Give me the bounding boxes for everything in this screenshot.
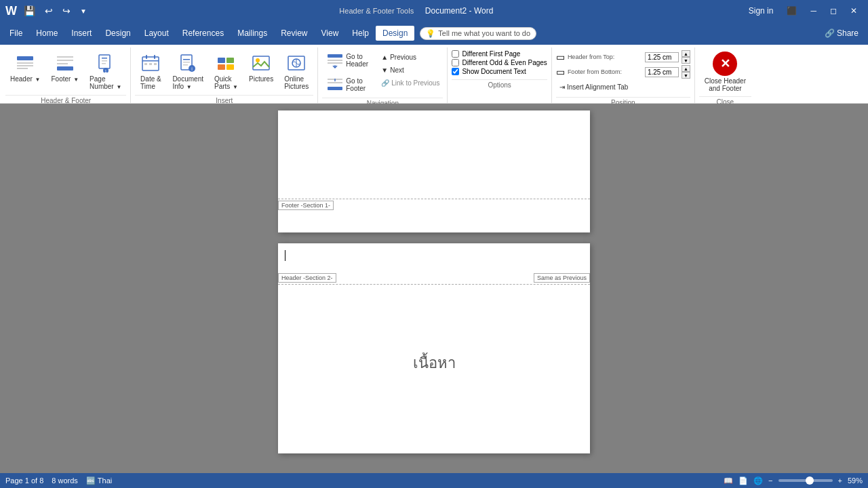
footer-bottom-up[interactable]: ▲ bbox=[682, 65, 690, 72]
menu-layout[interactable]: Layout bbox=[138, 26, 176, 41]
zoom-out-btn[interactable]: − bbox=[768, 476, 772, 485]
menu-hf-design[interactable]: Design bbox=[376, 26, 414, 41]
svg-rect-2 bbox=[17, 65, 33, 66]
svg-rect-38 bbox=[328, 62, 342, 64]
read-mode-btn[interactable]: 📖 bbox=[724, 476, 733, 485]
redo-btn[interactable]: ↪ bbox=[60, 4, 73, 18]
page-number-btn[interactable]: 1 PageNumber ▼ bbox=[85, 49, 126, 94]
different-first-page-checkbox[interactable] bbox=[452, 50, 459, 58]
doc-info-btn[interactable]: i DocumentInfo ▼ bbox=[167, 49, 208, 94]
page-number-icon: 1 bbox=[95, 52, 117, 74]
menu-help[interactable]: Help bbox=[345, 26, 376, 41]
header-btn[interactable]: Header ▼ bbox=[5, 49, 45, 86]
header-from-top-item: ▭ Header from Top: ▲ ▼ bbox=[556, 50, 690, 64]
language-indicator[interactable]: 🔤 Thai bbox=[86, 476, 112, 485]
word-count[interactable]: 8 words bbox=[52, 476, 78, 485]
svg-rect-9 bbox=[102, 58, 107, 59]
options-group-label: Options bbox=[452, 79, 547, 90]
menu-view[interactable]: View bbox=[315, 26, 346, 41]
show-document-text-checkbox[interactable] bbox=[452, 68, 459, 75]
svg-rect-18 bbox=[144, 63, 147, 65]
footer-section1-content[interactable]: Footer -Section 1- bbox=[278, 199, 590, 230]
different-odd-even-option[interactable]: Different Odd & Even Pages bbox=[452, 59, 547, 66]
header-from-top-label: Header from Top: bbox=[568, 54, 642, 60]
navigation-buttons: Go toHeader Go toFooter ▲ Previous bbox=[322, 47, 443, 96]
footer-bottom-down[interactable]: ▼ bbox=[682, 72, 690, 79]
svg-rect-4 bbox=[57, 56, 73, 58]
page-body-top bbox=[278, 110, 590, 199]
different-first-page-option[interactable]: Different First Page bbox=[452, 50, 547, 58]
minimize-btn[interactable]: ─ bbox=[805, 3, 822, 18]
header-top-down[interactable]: ▼ bbox=[682, 57, 690, 64]
zoom-level[interactable]: 59% bbox=[848, 476, 863, 485]
link-to-previous-btn[interactable]: 🔗 Link to Previous bbox=[378, 77, 443, 89]
ribbon-group-position: ▭ Header from Top: ▲ ▼ ▭ Footer from Bot… bbox=[553, 47, 695, 103]
tell-me-area[interactable]: 💡 Tell me what you want to do bbox=[420, 27, 536, 40]
different-first-page-label: Different First Page bbox=[462, 50, 520, 58]
ribbon-group-close: ✕ Close Headerand Footer Close bbox=[696, 47, 755, 103]
header-section2[interactable]: Header -Section 2- Same as Previous bbox=[278, 243, 590, 284]
ribbon-group-insert: Date &Time i DocumentInfo ▼ QuickParts ▼ bbox=[132, 47, 318, 103]
close-buttons: ✕ Close Headerand Footer bbox=[699, 47, 751, 95]
close-hf-label: Close Headerand Footer bbox=[705, 77, 746, 92]
go-to-footer-btn[interactable]: Go toFooter bbox=[322, 73, 376, 96]
online-pictures-btn[interactable]: OnlinePictures bbox=[279, 49, 313, 94]
svg-rect-8 bbox=[99, 55, 110, 68]
menu-references[interactable]: References bbox=[176, 26, 231, 41]
doc-title: Document2 - Word bbox=[425, 6, 493, 16]
same-as-previous-label: Same as Previous bbox=[534, 273, 590, 283]
pictures-btn[interactable]: Pictures bbox=[244, 49, 278, 86]
insert-alignment-tab-btn[interactable]: ⇥ Insert Alignment Tab bbox=[556, 81, 690, 93]
svg-rect-24 bbox=[183, 64, 188, 66]
undo-btn[interactable]: ↩ bbox=[42, 4, 56, 18]
date-time-btn[interactable]: Date &Time bbox=[135, 49, 166, 94]
show-document-text-option[interactable]: Show Document Text bbox=[452, 68, 547, 75]
footer-section1-label-bar: Footer -Section 1- bbox=[278, 201, 334, 210]
page-info[interactable]: Page 1 of 8 bbox=[5, 476, 43, 485]
close-header-footer-btn[interactable]: ✕ Close Headerand Footer bbox=[699, 49, 751, 95]
footer-from-bottom-item: ▭ Footer from Bottom: ▲ ▼ bbox=[556, 65, 690, 79]
menu-file[interactable]: File bbox=[3, 26, 29, 41]
document-area[interactable]: Footer -Section 1- Header -Section 2- Sa… bbox=[0, 104, 868, 473]
header-section2-label-row: Header -Section 2- Same as Previous bbox=[278, 273, 590, 283]
restore-btn[interactable]: ◻ bbox=[825, 3, 842, 18]
svg-rect-7 bbox=[57, 66, 73, 70]
svg-rect-6 bbox=[57, 63, 68, 64]
go-to-header-btn[interactable]: Go toHeader bbox=[322, 49, 376, 72]
lang-icon: 🔤 bbox=[86, 476, 96, 485]
close-btn[interactable]: ✕ bbox=[845, 3, 863, 18]
svg-point-32 bbox=[256, 58, 260, 62]
svg-rect-31 bbox=[253, 56, 269, 70]
header-top-up[interactable]: ▲ bbox=[682, 50, 690, 57]
menu-home[interactable]: Home bbox=[29, 26, 64, 41]
zoom-in-btn[interactable]: + bbox=[838, 476, 842, 485]
quick-parts-btn[interactable]: QuickParts ▼ bbox=[210, 49, 243, 94]
hf-tools-label: Header & Footer Tools bbox=[339, 7, 414, 15]
footer-btn[interactable]: Footer ▼ bbox=[47, 49, 84, 86]
share-btn[interactable]: 🔗 Share bbox=[818, 26, 865, 41]
svg-rect-11 bbox=[102, 63, 106, 64]
ribbon-display-btn[interactable]: ⬛ bbox=[781, 3, 802, 18]
footer-from-bottom-input[interactable] bbox=[645, 67, 679, 77]
print-layout-btn[interactable]: 📄 bbox=[738, 476, 748, 485]
menu-mailings[interactable]: Mailings bbox=[231, 26, 274, 41]
save-quick-btn[interactable]: 💾 bbox=[21, 4, 38, 18]
signin-btn[interactable]: Sign in bbox=[743, 3, 779, 18]
menu-design[interactable]: Design bbox=[98, 26, 137, 41]
different-odd-even-checkbox[interactable] bbox=[452, 59, 459, 66]
header-from-top-input[interactable] bbox=[645, 52, 679, 62]
previous-btn[interactable]: ▲ Previous bbox=[378, 52, 443, 63]
web-layout-btn[interactable]: 🌐 bbox=[753, 476, 763, 485]
menu-insert[interactable]: Insert bbox=[64, 26, 98, 41]
menu-review[interactable]: Review bbox=[274, 26, 314, 41]
quick-parts-label: QuickParts ▼ bbox=[214, 75, 238, 90]
footer-label: Footer ▼ bbox=[52, 75, 79, 83]
customize-btn[interactable]: ▼ bbox=[77, 6, 90, 16]
zoom-slider[interactable] bbox=[778, 479, 833, 482]
next-btn[interactable]: ▼ Next bbox=[378, 64, 443, 76]
online-pictures-icon bbox=[285, 52, 307, 74]
header-top-spinners: ▲ ▼ bbox=[682, 50, 690, 64]
close-x-icon: ✕ bbox=[713, 52, 737, 76]
different-odd-even-label: Different Odd & Even Pages bbox=[462, 59, 547, 66]
footer-position-icon: ▭ bbox=[556, 66, 565, 77]
